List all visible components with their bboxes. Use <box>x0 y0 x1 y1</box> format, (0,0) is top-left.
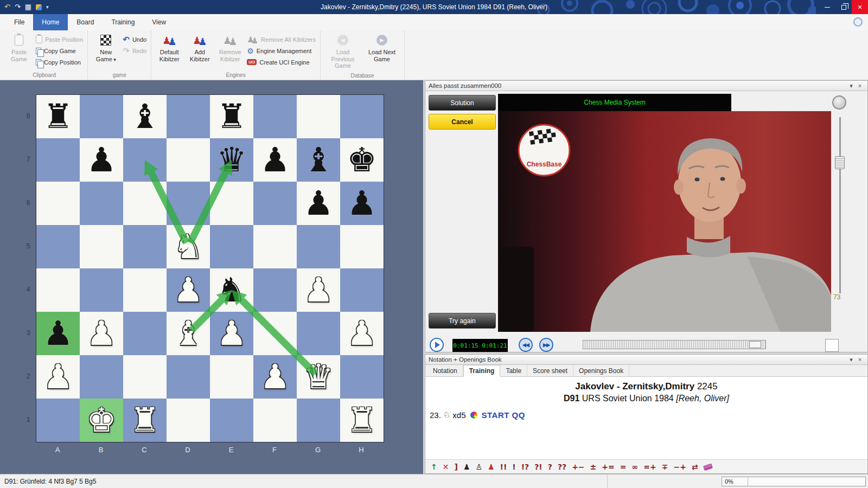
end-variation-symbol[interactable]: ] <box>454 463 457 471</box>
square-b5[interactable] <box>80 225 123 268</box>
square-h2[interactable] <box>340 355 384 399</box>
square-a1[interactable] <box>36 399 80 442</box>
move-line[interactable]: 23.♘xd5 START QQ <box>425 403 867 420</box>
white-pawn-g4[interactable]: ♟ <box>297 268 340 312</box>
black-pawn-f7[interactable]: ♟ <box>253 138 297 182</box>
redo-button[interactable]: ↷Redo <box>121 45 148 56</box>
square-b7[interactable]: ♟ <box>80 138 123 182</box>
square-b1[interactable]: ♚ <box>80 399 123 442</box>
rewind-button[interactable]: ◀◀ <box>519 338 533 352</box>
tab-training[interactable]: Training <box>463 365 501 377</box>
black-rook-e8[interactable]: ♜ <box>210 95 253 138</box>
square-g1[interactable] <box>297 399 340 442</box>
mistake-symbol[interactable]: ? <box>548 463 552 471</box>
white-rook-c1[interactable]: ♜ <box>123 399 167 442</box>
square-f7[interactable]: ♟ <box>253 138 297 182</box>
square-f5[interactable] <box>253 225 297 268</box>
square-e1[interactable] <box>210 399 253 442</box>
delete-variation-symbol[interactable]: ✕ <box>443 463 449 471</box>
white-winning-symbol[interactable]: +− <box>572 463 584 471</box>
square-e7[interactable]: ♛ <box>210 138 253 182</box>
square-e5[interactable] <box>210 225 253 268</box>
panel-close-icon[interactable]: × <box>856 356 864 363</box>
media-annotation-icon[interactable] <box>470 412 477 419</box>
white-pawn-h3[interactable]: ♟ <box>340 312 384 355</box>
copy-position-button[interactable]: Copy Position <box>34 56 85 68</box>
black-bishop-c8[interactable]: ♝ <box>123 95 167 138</box>
square-c6[interactable] <box>123 182 167 225</box>
square-b8[interactable] <box>80 95 123 138</box>
black-better-symbol[interactable]: ∓ <box>662 463 668 471</box>
black-bishop-g7[interactable]: ♝ <box>297 138 340 182</box>
square-f2[interactable]: ♟ <box>253 355 297 399</box>
square-f6[interactable] <box>253 182 297 225</box>
square-h4[interactable] <box>340 268 384 312</box>
add-kibitzer-button[interactable]: ♟♟Add Kibitzer <box>184 31 215 64</box>
white-pawn-symbol[interactable]: ♙ <box>475 463 482 471</box>
white-pawn-b3[interactable]: ♟ <box>80 312 123 355</box>
chess-board[interactable]: ♜♝♜♟♛♟♝♚♟♟♞♟♞♟♟♟♝♟♟♟♟♛♚♜♜ <box>36 94 384 442</box>
ribbon-tab-board[interactable]: Board <box>68 14 103 30</box>
square-h3[interactable]: ♟ <box>340 312 384 355</box>
square-a7[interactable] <box>36 138 80 182</box>
volume-dial-icon[interactable] <box>832 95 846 110</box>
minimize-button[interactable] <box>819 0 835 14</box>
square-f3[interactable] <box>253 312 297 355</box>
paste-position-button[interactable]: Paste Position <box>34 34 85 45</box>
square-h8[interactable] <box>340 95 384 138</box>
volume-slider-track[interactable] <box>839 117 841 293</box>
square-f4[interactable] <box>253 268 297 312</box>
copy-game-button[interactable]: Copy Game <box>34 45 85 56</box>
video-frame[interactable]: ChessBase <box>498 111 831 332</box>
unclear-symbol[interactable]: ∞ <box>632 463 639 471</box>
tab-notation[interactable]: Notation <box>427 365 463 376</box>
cancel-button[interactable]: Cancel <box>429 114 496 130</box>
promote-variation-symbol[interactable]: ↑ <box>431 463 437 471</box>
square-e2[interactable] <box>210 355 253 399</box>
square-e4[interactable]: ♞ <box>210 268 253 312</box>
square-d5[interactable]: ♞ <box>167 225 210 268</box>
play-button[interactable] <box>430 338 444 352</box>
white-rook-h1[interactable]: ♜ <box>340 399 384 442</box>
square-c8[interactable]: ♝ <box>123 95 167 138</box>
forward-button[interactable]: ▶▶ <box>539 338 553 352</box>
panel-menu-icon[interactable]: ▾ <box>847 356 856 363</box>
square-g4[interactable]: ♟ <box>297 268 340 312</box>
try-again-button[interactable]: Try again <box>429 313 496 329</box>
paste-game-button[interactable]: Paste Game <box>4 31 34 64</box>
square-d4[interactable]: ♟ <box>167 268 210 312</box>
square-g5[interactable] <box>297 225 340 268</box>
square-d1[interactable] <box>167 399 210 442</box>
white-pawn-a2[interactable]: ♟ <box>36 355 80 399</box>
ribbon-tab-file[interactable]: File <box>5 14 33 30</box>
square-a6[interactable] <box>36 182 80 225</box>
very-good-move-symbol[interactable]: !! <box>500 463 507 471</box>
counterplay-symbol[interactable]: ⇄ <box>692 463 698 471</box>
tab-openings-book[interactable]: Openings Book <box>573 365 629 376</box>
square-c7[interactable] <box>123 138 167 182</box>
square-a4[interactable] <box>36 268 80 312</box>
black-rook-a8[interactable]: ♜ <box>36 95 80 138</box>
black-pawn-symbol[interactable]: ♟ <box>463 463 470 471</box>
good-move-symbol[interactable]: ! <box>512 463 515 471</box>
interesting-move-symbol[interactable]: !? <box>521 463 529 471</box>
white-knight-d5[interactable]: ♞ <box>167 225 210 268</box>
tab-score-sheet[interactable]: Score sheet <box>527 365 573 376</box>
ribbon-tab-home[interactable]: Home <box>33 14 68 30</box>
square-g8[interactable] <box>297 95 340 138</box>
white-queen-g2[interactable]: ♛ <box>297 355 340 399</box>
square-e3[interactable]: ♟ <box>210 312 253 355</box>
dubious-move-symbol[interactable]: ?! <box>534 463 542 471</box>
engine-management-button[interactable]: ⚙Engine Management <box>245 45 317 56</box>
square-d8[interactable] <box>167 95 210 138</box>
red-pawn-symbol[interactable]: ♟ <box>488 463 495 471</box>
square-g3[interactable] <box>297 312 340 355</box>
square-c1[interactable]: ♜ <box>123 399 167 442</box>
square-h7[interactable]: ♚ <box>340 138 384 182</box>
square-a8[interactable]: ♜ <box>36 95 80 138</box>
panel-menu-icon[interactable]: ▾ <box>847 82 856 89</box>
square-g2[interactable]: ♛ <box>297 355 340 399</box>
remove-all-kibitzers-button[interactable]: ♟♟Remove All Kibitzers <box>245 34 317 45</box>
notation-content[interactable]: Jakovlev - Zernitsky,Dmitry 2245 D91 URS… <box>425 377 867 459</box>
square-d3[interactable]: ♝ <box>167 312 210 355</box>
